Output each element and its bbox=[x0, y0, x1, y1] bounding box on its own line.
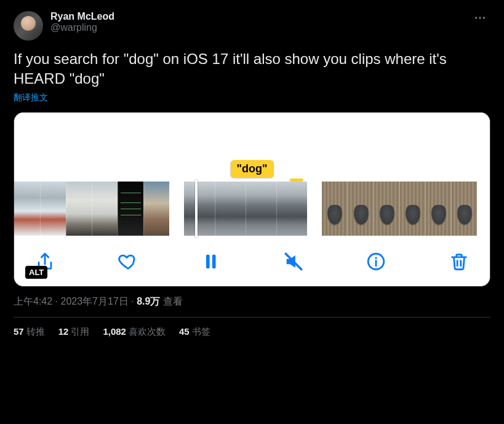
alt-badge[interactable]: ALT bbox=[25, 266, 47, 279]
clip-frame[interactable] bbox=[14, 182, 40, 236]
clip-frame[interactable] bbox=[66, 182, 92, 236]
svg-point-2 bbox=[483, 17, 486, 19]
heart-icon bbox=[118, 251, 138, 272]
like-button[interactable] bbox=[116, 249, 140, 274]
tweet-header: Ryan McLeod @warpling bbox=[14, 11, 490, 41]
clip-frame[interactable] bbox=[184, 182, 215, 236]
svg-point-0 bbox=[475, 17, 478, 19]
clip-frame[interactable] bbox=[425, 182, 451, 236]
retweets-stat[interactable]: 57转推 bbox=[14, 326, 45, 338]
media-card[interactable]: "dog" bbox=[14, 112, 490, 287]
clip-group-active[interactable] bbox=[184, 182, 307, 236]
trash-icon bbox=[449, 251, 470, 272]
tweet-meta: 上午4:42 · 2023年7月17日 · 8.9万 查看 bbox=[14, 295, 490, 308]
bookmarks-stat[interactable]: 45书签 bbox=[179, 326, 210, 338]
likes-stat[interactable]: 1,082喜欢次数 bbox=[103, 326, 166, 338]
mute-icon bbox=[283, 251, 304, 272]
pause-button[interactable] bbox=[198, 249, 223, 274]
clip-frame[interactable] bbox=[348, 182, 374, 236]
clip-frame[interactable] bbox=[322, 182, 348, 236]
display-name: Ryan McLeod bbox=[50, 11, 462, 22]
clip-frame[interactable] bbox=[92, 182, 118, 236]
tweet-text: If you search for "dog" on iOS 17 it'll … bbox=[14, 49, 490, 89]
trash-button[interactable] bbox=[447, 249, 471, 274]
author-block[interactable]: Ryan McLeod @warpling bbox=[50, 11, 462, 33]
stats-row: 57转推 12引用 1,082喜欢次数 45书签 bbox=[14, 318, 490, 338]
svg-rect-4 bbox=[212, 255, 216, 269]
media-top: "dog" bbox=[14, 113, 490, 182]
quotes-stat[interactable]: 12引用 bbox=[58, 326, 90, 338]
ellipsis-icon bbox=[473, 11, 487, 25]
svg-point-7 bbox=[375, 257, 377, 259]
pause-icon bbox=[200, 251, 221, 272]
mute-button[interactable] bbox=[281, 249, 306, 274]
views-count[interactable]: 8.9万 bbox=[137, 296, 160, 306]
clip-frame[interactable] bbox=[276, 182, 307, 236]
handle: @warpling bbox=[50, 22, 462, 33]
meta-date[interactable]: 2023年7月17日 bbox=[60, 296, 128, 306]
clip-frame[interactable] bbox=[374, 182, 399, 236]
info-icon bbox=[366, 251, 386, 272]
keyword-tag: "dog" bbox=[230, 160, 273, 178]
clip-group[interactable] bbox=[322, 182, 477, 236]
svg-rect-3 bbox=[206, 255, 210, 269]
clip-frame[interactable] bbox=[246, 182, 276, 236]
info-button[interactable] bbox=[364, 249, 388, 274]
avatar[interactable] bbox=[14, 11, 43, 41]
clip-frame[interactable] bbox=[40, 182, 66, 236]
more-button[interactable] bbox=[470, 11, 490, 32]
clip-frame[interactable] bbox=[399, 182, 425, 236]
tweet: Ryan McLeod @warpling If you search for … bbox=[4, 4, 500, 338]
views-label: 查看 bbox=[160, 296, 182, 306]
svg-point-1 bbox=[479, 17, 481, 19]
meta-time[interactable]: 上午4:42 bbox=[14, 296, 52, 306]
clip-frame[interactable] bbox=[143, 182, 169, 236]
clip-frame[interactable] bbox=[451, 182, 477, 236]
translate-link[interactable]: 翻译推文 bbox=[14, 92, 48, 103]
media-toolbar bbox=[14, 236, 490, 286]
clip-frame[interactable] bbox=[118, 182, 143, 236]
video-timeline[interactable] bbox=[14, 182, 490, 236]
clip-group[interactable] bbox=[14, 182, 169, 236]
clip-frame[interactable] bbox=[215, 182, 246, 236]
